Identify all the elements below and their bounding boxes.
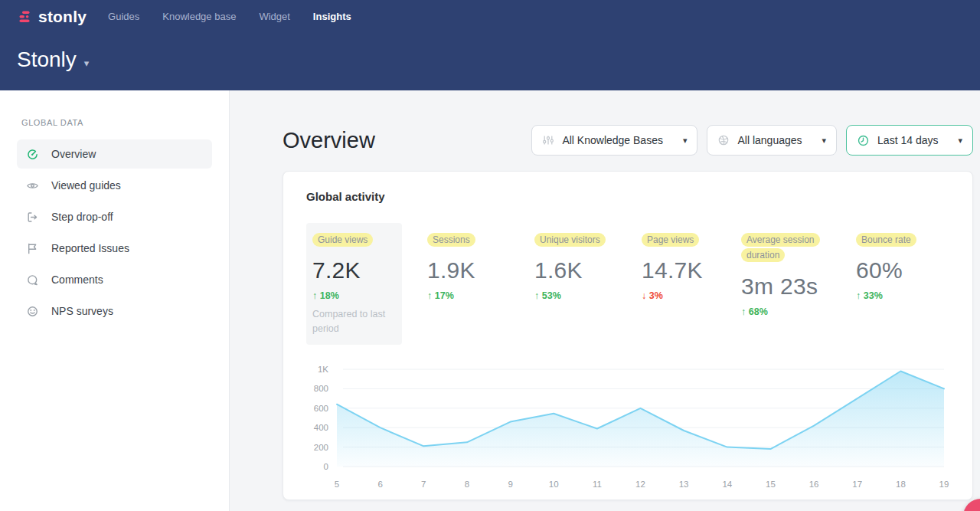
sidebar-item-comments[interactable]: Comments [17, 265, 212, 294]
metric-value: 60% [856, 257, 943, 283]
chevron-down-icon: ▾ [84, 51, 90, 69]
svg-text:17: 17 [852, 480, 862, 489]
svg-text:8: 8 [465, 480, 469, 489]
arrow-up-icon: ↑ [427, 290, 432, 301]
metric-average-session-duration[interactable]: Average session duration 3m 23s ↑ 68% [735, 223, 850, 345]
flag-icon [26, 242, 39, 255]
svg-text:0: 0 [324, 462, 328, 471]
svg-text:5: 5 [335, 480, 339, 489]
nav-item-insights[interactable]: Insights [313, 11, 351, 22]
svg-text:13: 13 [679, 480, 689, 489]
svg-text:11: 11 [593, 480, 602, 489]
arrow-up-icon: ↑ [856, 290, 861, 301]
filters-bar: All Knowledge Bases ▾ All languages ▾ [531, 125, 973, 156]
svg-text:9: 9 [508, 480, 512, 489]
metric-label: Sessions [427, 233, 475, 247]
metric-value: 7.2K [312, 257, 396, 283]
clock-icon [857, 134, 870, 147]
sidebar-item-label: Comments [51, 274, 103, 286]
workspace-title: Stonly [17, 47, 77, 72]
smiley-icon [26, 305, 39, 318]
nav-item-knowledge-base[interactable]: Knowledge base [162, 11, 236, 22]
sidebar-item-nps-surveys[interactable]: NPS surveys [17, 296, 212, 326]
eye-icon [26, 179, 39, 192]
metric-label: Unique visitors [534, 233, 606, 247]
metric-value: 1.9K [427, 257, 522, 283]
languages-dropdown[interactable]: All languages ▾ [707, 125, 837, 156]
date-range-dropdown[interactable]: Last 14 days ▾ [846, 125, 973, 156]
svg-text:7: 7 [421, 480, 426, 489]
sliders-icon [542, 134, 554, 146]
metric-page-views[interactable]: Page views 14.7K ↓ 3% [635, 223, 735, 345]
svg-text:16: 16 [809, 480, 819, 489]
chevron-down-icon: ▾ [822, 136, 827, 146]
arrow-up-icon: ↑ [534, 290, 539, 301]
global-activity-card: Global activity Guide views 7.2K ↑ 18% C… [283, 171, 973, 500]
arrow-up-icon: ↑ [741, 306, 746, 317]
arrow-up-icon: ↑ [312, 290, 317, 301]
sidebar-item-step-drop-off[interactable]: Step drop-off [17, 202, 212, 231]
step-dropoff-icon [26, 211, 39, 224]
sidebar-item-label: Step drop-off [51, 211, 113, 223]
sidebar-section-label: GLOBAL DATA [21, 118, 229, 127]
metric-delta: ↑ 33% [856, 290, 943, 301]
sidebar-item-label: Viewed guides [51, 179, 121, 192]
languages-dropdown-value: All languages [737, 134, 802, 146]
workspace-selector[interactable]: Stonly ▾ [17, 47, 89, 72]
svg-text:15: 15 [766, 480, 776, 489]
page-title: Overview [283, 128, 375, 153]
svg-text:14: 14 [722, 480, 732, 489]
metric-delta: ↑ 17% [427, 290, 522, 301]
svg-text:600: 600 [314, 403, 328, 412]
svg-text:19: 19 [939, 480, 949, 489]
stonly-logo-text: stonly [38, 8, 87, 26]
svg-text:12: 12 [635, 480, 645, 489]
stonly-logo[interactable]: stonly [18, 8, 87, 26]
metrics-row: Guide views 7.2K ↑ 18% Compared to last … [306, 223, 949, 345]
metric-unique-visitors[interactable]: Unique visitors 1.6K ↑ 53% [528, 223, 635, 345]
sidebar-item-label: Reported Issues [51, 242, 129, 254]
globe-icon [717, 134, 730, 146]
metric-sessions[interactable]: Sessions 1.9K ↑ 17% [421, 223, 528, 345]
sidebar-item-label: Overview [51, 148, 96, 160]
knowledge-bases-dropdown[interactable]: All Knowledge Bases ▾ [531, 125, 697, 156]
chevron-down-icon: ▾ [683, 136, 688, 146]
chevron-down-icon: ▾ [958, 136, 962, 146]
knowledge-bases-dropdown-value: All Knowledge Bases [562, 134, 663, 146]
sidebar: GLOBAL DATA Overview Viewed guides Step [0, 90, 230, 511]
svg-text:10: 10 [549, 480, 559, 489]
metric-label: Average session duration [741, 233, 820, 262]
arrow-down-icon: ↓ [642, 290, 646, 301]
main-content: Overview All Knowledge Bases ▾ [230, 90, 980, 511]
metric-bounce-rate[interactable]: Bounce rate 60% ↑ 33% [850, 223, 949, 345]
metric-delta: ↓ 3% [642, 290, 729, 301]
sidebar-item-viewed-guides[interactable]: Viewed guides [17, 171, 212, 200]
sidebar-item-reported-issues[interactable]: Reported Issues [17, 234, 212, 263]
metric-value: 3m 23s [741, 274, 844, 300]
svg-text:1K: 1K [318, 365, 328, 374]
sidebar-item-label: NPS surveys [51, 305, 113, 317]
nav-item-widget[interactable]: Widget [259, 11, 289, 22]
top-navigation: Guides Knowledge base Widget Insights [108, 11, 351, 22]
svg-text:400: 400 [314, 423, 328, 432]
date-range-dropdown-value: Last 14 days [877, 134, 938, 146]
top-header: stonly Guides Knowledge base Widget Insi… [0, 0, 980, 90]
metric-note: Compared to last period [312, 307, 396, 335]
nav-item-guides[interactable]: Guides [108, 11, 139, 22]
metric-label: Page views [642, 233, 699, 247]
metric-label: Guide views [312, 233, 373, 247]
metric-delta: ↑ 53% [534, 290, 629, 301]
metric-value: 14.7K [642, 257, 729, 283]
metric-label: Bounce rate [856, 233, 916, 247]
metric-guide-views[interactable]: Guide views 7.2K ↑ 18% Compared to last … [306, 223, 402, 345]
card-title: Global activity [306, 190, 949, 203]
comment-icon [26, 274, 39, 287]
metric-value: 1.6K [534, 257, 629, 283]
activity-chart[interactable]: 02004006008001K5678910111213141516171819 [306, 362, 949, 498]
svg-text:18: 18 [896, 480, 906, 489]
gauge-icon [26, 148, 39, 161]
metric-delta: ↑ 68% [741, 306, 844, 317]
sidebar-item-overview[interactable]: Overview [17, 139, 212, 169]
metric-delta: ↑ 18% [312, 290, 396, 301]
svg-text:200: 200 [314, 442, 328, 451]
